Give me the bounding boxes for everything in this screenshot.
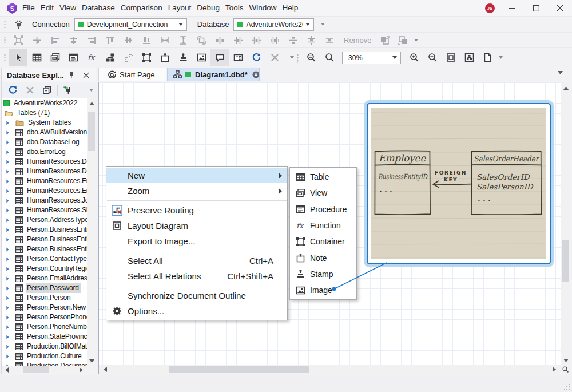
tree-item[interactable]: dbo.ErrorLog <box>2 147 96 157</box>
toolbar-grip[interactable] <box>297 53 299 63</box>
submenu-item[interactable]: Container <box>290 233 356 250</box>
stop-button[interactable] <box>21 83 38 98</box>
menubar-item[interactable]: Layout <box>165 0 194 16</box>
diagram-tool-button[interactable] <box>192 49 210 66</box>
tree-item[interactable]: Production.Culture <box>2 351 96 361</box>
tree-item[interactable]: Person.StateProvince <box>2 332 96 342</box>
connection-combobox[interactable]: Development_Connection <box>74 18 187 31</box>
tree-item[interactable]: Person.AddressType <box>2 215 96 225</box>
submenu-item[interactable]: Procedure <box>290 201 356 217</box>
tree-item[interactable]: HumanResources.Department <box>2 157 96 167</box>
menubar-item[interactable]: Edit <box>38 0 57 16</box>
tab-diagram[interactable]: Diagram1.dbd* <box>167 68 260 81</box>
menubar-item[interactable]: Help <box>280 0 301 16</box>
tab-close-icon[interactable] <box>252 71 260 78</box>
scroll-up-button[interactable] <box>88 100 96 108</box>
zoom-tool-button[interactable] <box>320 49 339 66</box>
canvas-vertical-scrollbar[interactable] <box>561 82 570 366</box>
align-tool-button[interactable] <box>320 33 339 47</box>
tree-item[interactable]: Person.ContactType <box>2 254 96 264</box>
tree-item[interactable]: Person.BusinessEntity <box>2 225 96 235</box>
align-tool-button[interactable] <box>174 33 192 47</box>
scrollbar-thumb[interactable] <box>88 112 95 151</box>
user-avatar[interactable]: JS <box>485 3 495 13</box>
tree-item[interactable]: Person.CountryRegion <box>2 264 96 274</box>
menubar-item[interactable]: View <box>57 0 79 16</box>
tree-item[interactable]: HumanResources.Employee <box>2 176 96 186</box>
scroll-right-button[interactable] <box>550 366 558 374</box>
align-tool-button[interactable] <box>46 33 64 47</box>
align-tool-button[interactable] <box>210 33 229 47</box>
tree-vertical-scrollbar[interactable] <box>87 98 96 366</box>
panel-close-button[interactable] <box>79 68 94 82</box>
zoom-tool-button[interactable] <box>460 49 478 66</box>
tree-item[interactable]: dbo.DatabaseLog <box>2 137 96 147</box>
tree-item[interactable]: Person.Password <box>2 283 96 293</box>
align-tool-button[interactable] <box>302 33 320 47</box>
tree-item[interactable]: HumanResources.EmployeePayHistory <box>2 186 96 196</box>
tree-item[interactable]: HumanResources.Shift <box>2 205 96 215</box>
submenu-item[interactable]: View <box>290 185 356 201</box>
toolbar-overflow-button[interactable] <box>496 56 505 59</box>
tree-item[interactable]: Person.Person.New_Archive <box>2 303 96 312</box>
minimize-button[interactable] <box>500 0 524 16</box>
diagram-tool-button[interactable] <box>247 49 265 66</box>
submenu-item[interactable]: Stamp <box>290 266 356 282</box>
order-tool-button[interactable] <box>375 33 394 47</box>
toolbar-overflow-button[interactable] <box>87 89 95 92</box>
database-combobox[interactable]: AdventureWorks20... <box>233 18 314 31</box>
scroll-up-button[interactable] <box>562 84 570 92</box>
tree-item[interactable]: Person.PersonPhone <box>2 312 96 322</box>
scrollbar-thumb[interactable] <box>169 366 309 373</box>
menubar-item[interactable]: Comparison <box>118 0 165 16</box>
context-menu-item[interactable]: Layout Diagram <box>106 218 287 233</box>
tree-item[interactable]: Person.BusinessEntityContact <box>2 244 96 254</box>
align-tool-button[interactable] <box>82 33 101 47</box>
align-tool-button[interactable] <box>9 33 27 47</box>
tree-horizontal-scrollbar[interactable] <box>2 366 96 374</box>
order-tool-button[interactable] <box>394 33 412 47</box>
tree-item[interactable]: Person.BusinessEntityAddress <box>2 235 96 244</box>
align-tool-button[interactable] <box>27 33 46 47</box>
zoom-tool-button[interactable] <box>442 49 460 66</box>
zoom-tool-button[interactable] <box>478 49 496 66</box>
menubar-item[interactable]: Window <box>247 0 280 16</box>
context-menu-item[interactable]: Zoom <box>106 183 287 199</box>
diagram-tool-button[interactable] <box>137 49 156 66</box>
tree-item[interactable]: Production.BillOfMaterials <box>2 342 96 351</box>
scrollbar-thumb[interactable] <box>562 240 569 282</box>
context-menu-item[interactable]: Synchronize Document Outline <box>106 288 287 303</box>
maximize-button[interactable] <box>524 0 548 16</box>
canvas-horizontal-scrollbar[interactable] <box>99 365 561 374</box>
tab-list-button[interactable] <box>558 71 565 74</box>
context-menu-item[interactable]: Options... <box>106 303 287 319</box>
diagram-tool-button[interactable] <box>64 49 82 66</box>
tree-item[interactable]: Person.PhoneNumberType <box>2 322 96 332</box>
submenu-item[interactable]: Table <box>290 169 356 185</box>
diagram-tool-button[interactable] <box>101 49 119 66</box>
menubar-item[interactable]: Debug <box>194 0 223 16</box>
align-tool-button[interactable] <box>265 33 284 47</box>
align-tool-button[interactable] <box>247 33 265 47</box>
diagram-tool-button[interactable] <box>265 49 284 66</box>
selected-image-object[interactable]: Employee BusinessEntityID . . . SalesOrd… <box>367 103 551 264</box>
context-menu-item[interactable]: New <box>106 168 287 183</box>
close-button[interactable] <box>548 0 572 16</box>
align-tool-button[interactable] <box>101 33 119 47</box>
align-tool-button[interactable] <box>156 33 174 47</box>
zoom-tool-button[interactable] <box>302 49 320 66</box>
align-tool-button[interactable] <box>64 33 82 47</box>
tree-item[interactable]: Person.EmailAddress <box>2 274 96 283</box>
menubar-item[interactable]: File <box>19 0 38 16</box>
scrollbar-thumb[interactable] <box>23 366 49 373</box>
diagram-tool-button[interactable]: fx <box>82 49 101 66</box>
tree-item[interactable]: dbo.AWBuildVersion <box>2 128 96 137</box>
align-tool-button[interactable] <box>192 33 210 47</box>
tree-item[interactable]: Tables (71) <box>2 108 96 118</box>
tree-item[interactable]: Person.Person <box>2 293 96 303</box>
remove-button[interactable]: Remove <box>344 36 371 45</box>
diagram-tool-button[interactable] <box>229 49 247 66</box>
zoom-tool-button[interactable] <box>423 49 442 66</box>
align-tool-button[interactable] <box>119 33 137 47</box>
toolbar-overflow-button[interactable] <box>288 56 296 59</box>
